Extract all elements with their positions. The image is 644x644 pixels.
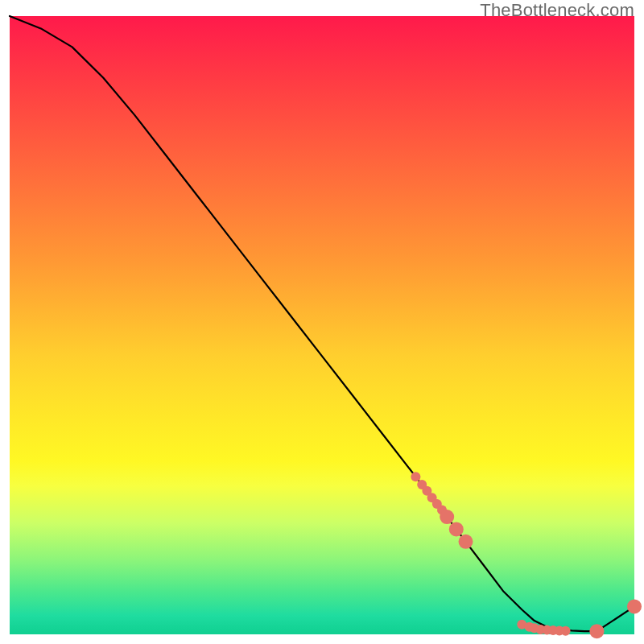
data-point-marker: [459, 535, 473, 549]
bottleneck-curve-path: [10, 16, 634, 631]
data-point-marker: [440, 510, 454, 524]
data-point-marker: [627, 599, 642, 613]
chart-svg: [0, 0, 644, 644]
data-point-marker: [561, 626, 571, 636]
curve-line: [10, 16, 634, 631]
data-point-marker: [411, 472, 420, 481]
chart-container: TheBottleneck.com: [0, 0, 644, 644]
data-point-marker: [589, 624, 604, 638]
data-point-marker: [449, 522, 464, 536]
